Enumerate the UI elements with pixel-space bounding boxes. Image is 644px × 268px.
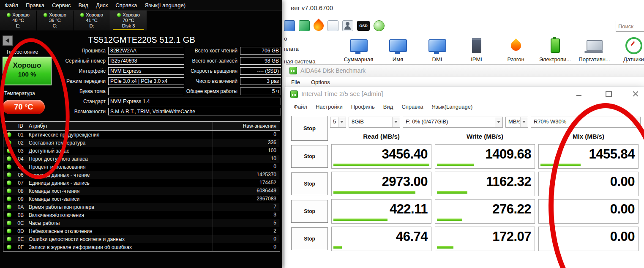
menu-item[interactable]: Справка	[112, 2, 141, 8]
disk-info-window: ФайлПравкаСервисВидДискСправкаЯзык(Langu…	[0, 0, 282, 268]
close-button[interactable]	[629, 90, 642, 98]
drive-tab[interactable]: Хорошо70 °CDisk 3	[110, 11, 147, 30]
combo-box[interactable]: R70% W30%	[531, 117, 641, 128]
tab-status-row: Хорошо	[74, 12, 110, 17]
disk-benchmark-icon	[289, 67, 297, 74]
smart-id: 02	[14, 140, 27, 146]
tab-status: Хорошо	[86, 12, 103, 17]
smart-attribute: Доступный запас	[27, 148, 213, 154]
combo-box[interactable]: MB/s	[505, 117, 528, 128]
drive-tab[interactable]: Хорошо36 °CC:	[37, 11, 74, 30]
smart-status-cell	[3, 205, 14, 209]
back-button[interactable]	[3, 36, 13, 46]
menu-item[interactable]: File	[291, 79, 300, 85]
stop-button[interactable]: Stop	[291, 145, 328, 168]
menu-item[interactable]: Язык(Language)	[427, 104, 477, 110]
progress-bar	[540, 164, 581, 166]
category-item[interactable]: DMI	[418, 36, 457, 63]
category-item[interactable]: Портативн...	[575, 36, 614, 63]
smart-raw-value: 100	[213, 147, 280, 155]
search-input[interactable]	[616, 21, 644, 31]
menu-item[interactable]: Вид	[379, 104, 398, 110]
smart-status-cell	[3, 229, 14, 233]
combo-box[interactable]: 8GiB	[349, 117, 400, 128]
field-label: Стандарт	[0, 97, 106, 106]
smart-attribute: Составная температура	[27, 140, 213, 146]
write-cell: 172.07	[435, 227, 535, 251]
aida64-window-title: eer v7.00.6700	[291, 4, 333, 11]
smart-row: 08Команды хост-чтения6086449	[3, 187, 280, 195]
combo-box[interactable]: F: 0% (0/477GiB)	[403, 117, 503, 128]
menu-item[interactable]: Options	[311, 79, 330, 85]
devices-icon[interactable]	[299, 20, 310, 31]
smart-status-cell	[3, 221, 14, 225]
write-value: 276.22	[435, 200, 535, 217]
minimize-icon	[576, 95, 581, 96]
smart-attribute: Критические предупреждения	[27, 132, 213, 138]
category-item[interactable]: Электропи...	[535, 36, 575, 63]
menu-item[interactable]: Настройки	[311, 104, 347, 110]
status-ok-icon	[7, 180, 11, 185]
read-cell: 422.11	[331, 199, 431, 224]
smart-status-cell	[3, 245, 14, 249]
combo-value: MB/s	[506, 117, 520, 127]
tab-drive: E:	[0, 23, 36, 28]
combo-box[interactable]: 5	[330, 117, 346, 128]
menu-item[interactable]: Вид	[74, 2, 92, 8]
smart-row: 06Единицы данных - чтение1425370	[3, 171, 280, 179]
smart-row: 03Доступный запас100	[3, 147, 280, 155]
tab-status-row: Хорошо	[37, 12, 73, 17]
category-item[interactable]: Разгон	[496, 36, 535, 63]
menu-item[interactable]: Диск	[92, 2, 112, 8]
drive-tab[interactable]: Хорошо40 °CE:	[0, 11, 37, 30]
minimize-button[interactable]	[573, 90, 585, 98]
chevron-down-icon	[633, 117, 640, 127]
device-field: Скорость вращения---- (SSD)	[0, 67, 282, 77]
write-cell: 1162.32	[435, 172, 535, 196]
smart-attribute: Часы работы	[27, 220, 213, 226]
drive-tab[interactable]: Хорошо41 °CD:	[74, 11, 110, 30]
computer-icon[interactable]	[284, 20, 295, 31]
category-item[interactable]: IPMI	[457, 36, 496, 63]
smart-row: 07Единицы данных - запись174452	[3, 179, 280, 187]
smart-id: 05	[14, 164, 27, 170]
sensor-icon[interactable]	[374, 20, 385, 31]
smart-row: 0EОшибки целостности носителя и данных0	[3, 235, 280, 243]
smart-id: 0E	[14, 236, 27, 242]
mix-value: 1455.84	[539, 145, 638, 162]
category-item[interactable]: Датчики	[614, 36, 644, 63]
smart-raw-value: 0	[213, 131, 280, 139]
maximize-button[interactable]	[602, 90, 615, 98]
stop-button[interactable]: Stop	[291, 172, 328, 195]
stop-button[interactable]: Stop	[291, 227, 328, 250]
menu-item[interactable]: Файл	[1, 2, 22, 8]
status-ok-icon	[7, 237, 11, 241]
interval-window-title: Interval Time 2/5 sec [Admin]	[301, 90, 383, 97]
menu-item[interactable]: Сервис	[48, 2, 75, 8]
osd-icon[interactable]: OSD	[357, 21, 370, 31]
write-value: 1162.32	[435, 172, 535, 189]
menu-item[interactable]: Справка	[397, 104, 427, 110]
flame-icon[interactable]	[311, 19, 326, 33]
interval-menubar: ФайлНастройкиПрофильВидСправкаЯзык(Langu…	[289, 101, 477, 112]
menu-item[interactable]: Правка	[22, 2, 48, 8]
category-item[interactable]: Суммарная	[339, 36, 378, 63]
smart-table: ID Атрибут Raw-значения 01Критические пр…	[3, 121, 280, 252]
menu-item[interactable]: Файл	[289, 104, 311, 110]
user-icon[interactable]	[342, 20, 353, 31]
progress-bar	[333, 246, 342, 249]
monitor-icon	[339, 36, 378, 55]
read-cell: 3456.40	[331, 144, 431, 169]
device-field: ВозможностиS.M.A.R.T., TRIM, VolatileWri…	[0, 107, 282, 118]
smart-raw-value: 2367083	[213, 195, 280, 203]
smart-status-cell	[3, 140, 14, 145]
status-ok-icon	[7, 221, 11, 225]
menu-item[interactable]: Язык(Language)	[141, 2, 189, 8]
report-icon[interactable]	[327, 20, 338, 31]
stop-button[interactable]: Stop	[291, 200, 328, 223]
mix-value: 0.00	[539, 227, 638, 244]
menu-item[interactable]: Профиль	[347, 104, 379, 110]
category-item[interactable]: Имя	[378, 36, 418, 63]
category-label: Имя	[378, 56, 418, 63]
progress-bar	[437, 219, 462, 221]
